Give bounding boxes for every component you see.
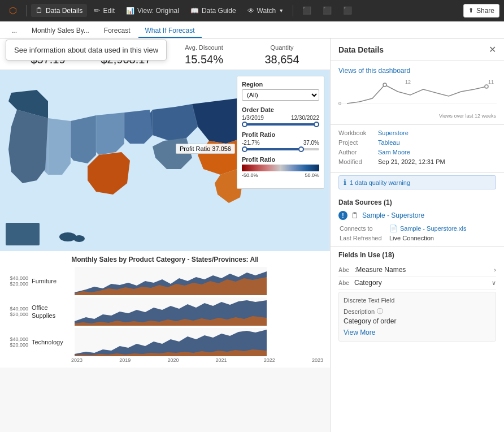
workbook-value[interactable]: Superstore: [378, 129, 409, 136]
close-button[interactable]: ✕: [489, 44, 496, 55]
field-detail-label: Discrete Text Field: [344, 297, 491, 304]
svg-text:11: 11: [488, 79, 494, 85]
chart-row-technology: $40,000 $20,000 Technology: [7, 328, 323, 356]
source-name[interactable]: Sample - Superstore: [362, 211, 424, 219]
panel-title: Data Details: [338, 45, 384, 54]
year-2021: 2021: [216, 357, 227, 363]
meta-row-author: Author Sam Moore: [338, 149, 496, 155]
svg-marker-11: [8, 110, 48, 183]
svg-rect-16: [6, 223, 40, 245]
send-button[interactable]: ⬛: [298, 4, 316, 17]
data-guide-button[interactable]: 📖 Data Guide: [186, 5, 241, 17]
metric-value-2: 15.54%: [165, 53, 243, 66]
desc-label-row: Description ⓘ: [344, 307, 491, 316]
chevron-right-icon: ›: [494, 266, 496, 273]
views-title: Views of this dashboard: [338, 67, 496, 75]
date-slider-track[interactable]: [242, 123, 319, 126]
chart-row-label-furniture: Furniture: [32, 277, 71, 285]
chart-y-labels-office: $40,000 $20,000: [7, 306, 28, 317]
expand-icon: ⬛: [343, 6, 352, 15]
chart-row-office: $40,000 $20,000 OfficeSupplies: [7, 297, 323, 326]
meta-row-workbook: Workbook Superstore: [338, 129, 496, 136]
color-labels: -50.0% 50.0%: [242, 172, 319, 178]
y-label-top-office: $40,000: [7, 306, 28, 312]
ratio-max: 37.0%: [303, 140, 319, 146]
chevron-down-icon: ∨: [492, 279, 496, 287]
share-label: Share: [476, 7, 494, 15]
chart-title: Monthly Sales by Product Category - Stat…: [7, 256, 323, 263]
svg-text:0: 0: [338, 101, 341, 106]
warning-row[interactable]: ℹ 1 data quality warning: [338, 175, 496, 189]
left-content: Profit per Order $57.19 Sales per Custom…: [0, 38, 330, 432]
y-label-top-furniture: $40,000: [7, 275, 28, 281]
refreshed-key: Last Refreshed: [340, 235, 389, 241]
ratio-slider-thumb-right[interactable]: [298, 146, 304, 152]
connects-row: Connects to 📄 Sample - Superstore.xls: [338, 224, 496, 232]
project-value[interactable]: Tableau: [378, 139, 400, 146]
panel-header: Data Details ✕: [331, 38, 504, 61]
y-label-bot-office: $20,000: [7, 312, 28, 317]
views-link[interactable]: this dashboard: [366, 67, 410, 75]
data-details-label: Data Details: [46, 7, 82, 15]
y-label-bot-furniture: $20,000: [7, 281, 28, 287]
connects-to-value[interactable]: Sample - Superstore.xls: [400, 225, 466, 232]
color-max: 50.0%: [305, 172, 319, 178]
metric-label-3: Quantity: [243, 44, 321, 51]
toolbar-sep-2: [293, 5, 293, 16]
view-label: View: Original: [137, 7, 179, 15]
download-button[interactable]: ⬛: [318, 4, 336, 17]
refreshed-val: Live Connection: [389, 235, 434, 241]
bottom-charts: Monthly Sales by Product Category - Stat…: [0, 251, 330, 368]
meta-row-modified: Modified Sep 21, 2022, 12:31 PM: [338, 158, 496, 165]
ratio-slider-thumb-left[interactable]: [242, 146, 247, 152]
date-end: 12/30/2022: [291, 115, 319, 121]
tab-monthly[interactable]: Monthly Sales By...: [25, 24, 96, 38]
connects-val: 📄 Sample - Superstore.xls: [389, 224, 466, 232]
view-button[interactable]: 📊 View: Original: [121, 5, 184, 17]
field-row-category[interactable]: Abc Category ∨: [338, 277, 496, 290]
tab-1[interactable]: ...: [5, 24, 24, 38]
region-select[interactable]: (All): [242, 89, 319, 101]
ratio-min: -21.7%: [242, 140, 260, 146]
download-icon: ⬛: [323, 6, 332, 15]
metric-avg-discount: Avg. Discount 15.54%: [165, 44, 243, 66]
toolbar-sep-1: [26, 5, 27, 16]
share-button[interactable]: ⬆ Share: [463, 4, 499, 18]
date-slider-thumb-left[interactable]: [242, 122, 247, 127]
edit-button[interactable]: ✏ Edit: [89, 4, 119, 17]
date-filter-group: Order Date 1/3/2019 12/30/2022: [242, 106, 319, 126]
field-row-measure-names[interactable]: Abc :Measure Names ›: [338, 263, 496, 277]
sparkline-container: 0 12 11: [338, 78, 496, 112]
field-left-category: Abc Category: [338, 279, 382, 287]
field-name-category: Category: [354, 279, 382, 287]
warning-text: 1 data quality warning: [350, 179, 410, 186]
watch-chevron-icon: ▼: [279, 8, 284, 14]
watch-button[interactable]: 👁 Watch ▼: [243, 5, 288, 17]
source-warning-icon: !: [338, 211, 347, 220]
expand-button[interactable]: ⬛: [338, 4, 357, 17]
data-details-button[interactable]: 🗒 Data Details: [31, 4, 87, 17]
tooltip-text: See information about data used in this …: [14, 46, 158, 54]
map-area[interactable]: Region (All) Order Date 1/3/2019 12/30/2…: [0, 70, 330, 251]
color-legend-label: Profit Ratio: [242, 156, 319, 163]
desc-text: Category of order: [344, 317, 491, 325]
view-more-link[interactable]: View More: [344, 329, 491, 336]
date-slider-fill: [242, 123, 319, 126]
edit-label: Edit: [103, 7, 115, 15]
date-range: 1/3/2019 12/30/2022: [242, 115, 319, 121]
filters-panel: Region (All) Order Date 1/3/2019 12/30/2…: [237, 76, 324, 189]
tab-forecast[interactable]: Forecast: [97, 24, 137, 38]
tab-what-if[interactable]: What If Forecast: [138, 24, 202, 38]
author-value[interactable]: Sam Moore: [378, 149, 410, 155]
chart-content-office: [75, 297, 323, 326]
date-slider-thumb-right[interactable]: [314, 122, 319, 127]
modified-key: Modified: [338, 158, 378, 165]
region-filter-label: Region: [242, 81, 319, 88]
tableau-logo-btn[interactable]: ⬡: [5, 3, 21, 18]
views-section: Views of this dashboard 0 12 11: [331, 61, 504, 125]
chart-svg-technology: [75, 328, 267, 356]
field-left-measure: Abc :Measure Names: [338, 266, 406, 274]
chart-icon: 📊: [126, 7, 134, 15]
source-file-icon: 🗒: [351, 211, 359, 220]
ratio-slider-track[interactable]: [242, 148, 319, 150]
